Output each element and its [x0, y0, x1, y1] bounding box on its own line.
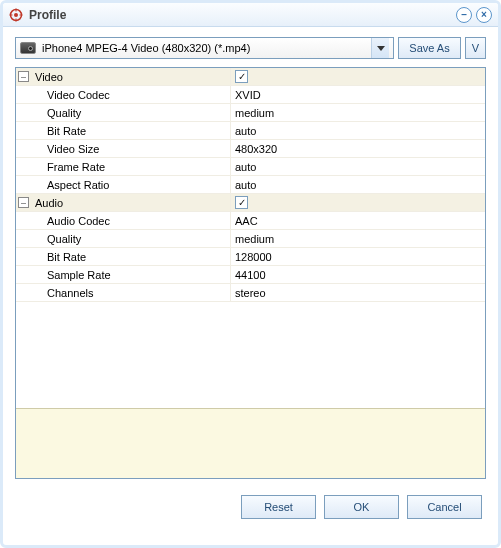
- prop-value[interactable]: 44100: [230, 266, 485, 283]
- toolbar: iPhone4 MPEG-4 Video (480x320) (*.mp4) S…: [3, 27, 498, 67]
- titlebar: Profile – ×: [3, 3, 498, 27]
- table-row[interactable]: Qualitymedium: [16, 230, 485, 248]
- app-icon: [9, 8, 23, 22]
- device-icon: [20, 42, 36, 54]
- prop-key: Quality: [33, 233, 230, 245]
- close-button[interactable]: ×: [476, 7, 492, 23]
- table-row[interactable]: Video Size480x320: [16, 140, 485, 158]
- prop-value[interactable]: 128000: [230, 248, 485, 265]
- table-row[interactable]: Aspect Ratioauto: [16, 176, 485, 194]
- collapse-icon[interactable]: –: [18, 197, 29, 208]
- table-row[interactable]: Bit Rateauto: [16, 122, 485, 140]
- prop-key: Aspect Ratio: [33, 179, 230, 191]
- video-group-label: Video: [33, 71, 230, 83]
- prop-key: Channels: [33, 287, 230, 299]
- prop-value[interactable]: stereo: [230, 284, 485, 301]
- v-button[interactable]: V: [465, 37, 486, 59]
- description-panel: [16, 408, 485, 478]
- profile-selected-label: iPhone4 MPEG-4 Video (480x320) (*.mp4): [42, 42, 371, 54]
- audio-group-label: Audio: [33, 197, 230, 209]
- dialog-footer: Reset OK Cancel: [3, 485, 498, 529]
- prop-key: Quality: [33, 107, 230, 119]
- video-enabled-cell[interactable]: [230, 68, 485, 85]
- profile-dropdown[interactable]: iPhone4 MPEG-4 Video (480x320) (*.mp4): [15, 37, 394, 59]
- prop-key: Bit Rate: [33, 251, 230, 263]
- properties-panel: – Video Video CodecXVID Qualitymedium Bi…: [15, 67, 486, 479]
- properties-grid[interactable]: – Video Video CodecXVID Qualitymedium Bi…: [16, 68, 485, 408]
- table-row[interactable]: Bit Rate128000: [16, 248, 485, 266]
- prop-value[interactable]: AAC: [230, 212, 485, 229]
- prop-key: Bit Rate: [33, 125, 230, 137]
- checkbox-checked-icon[interactable]: [235, 70, 248, 83]
- ok-button[interactable]: OK: [324, 495, 399, 519]
- prop-value[interactable]: auto: [230, 176, 485, 193]
- cancel-button[interactable]: Cancel: [407, 495, 482, 519]
- checkbox-checked-icon[interactable]: [235, 196, 248, 209]
- table-row[interactable]: Video CodecXVID: [16, 86, 485, 104]
- table-row[interactable]: Frame Rateauto: [16, 158, 485, 176]
- table-row[interactable]: Channelsstereo: [16, 284, 485, 302]
- window-title: Profile: [29, 8, 452, 22]
- table-row[interactable]: Audio CodecAAC: [16, 212, 485, 230]
- prop-key: Video Size: [33, 143, 230, 155]
- prop-value[interactable]: medium: [230, 104, 485, 121]
- svg-point-1: [14, 13, 18, 17]
- prop-key: Video Codec: [33, 89, 230, 101]
- audio-group-header[interactable]: – Audio: [16, 194, 485, 212]
- minimize-button[interactable]: –: [456, 7, 472, 23]
- table-row[interactable]: Qualitymedium: [16, 104, 485, 122]
- collapse-icon[interactable]: –: [18, 71, 29, 82]
- prop-key: Audio Codec: [33, 215, 230, 227]
- video-group-header[interactable]: – Video: [16, 68, 485, 86]
- prop-value[interactable]: auto: [230, 158, 485, 175]
- prop-value[interactable]: medium: [230, 230, 485, 247]
- reset-button[interactable]: Reset: [241, 495, 316, 519]
- prop-key: Frame Rate: [33, 161, 230, 173]
- table-row[interactable]: Sample Rate44100: [16, 266, 485, 284]
- prop-value[interactable]: auto: [230, 122, 485, 139]
- chevron-down-icon: [371, 38, 389, 58]
- prop-value[interactable]: XVID: [230, 86, 485, 103]
- audio-enabled-cell[interactable]: [230, 194, 485, 211]
- prop-value[interactable]: 480x320: [230, 140, 485, 157]
- prop-key: Sample Rate: [33, 269, 230, 281]
- save-as-button[interactable]: Save As: [398, 37, 460, 59]
